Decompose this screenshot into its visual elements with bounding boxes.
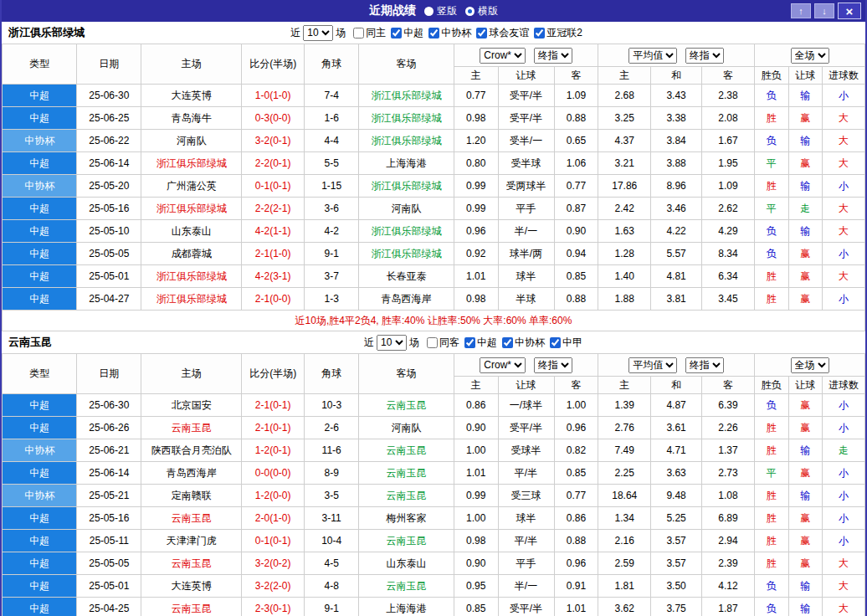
filter-checkbox-input[interactable]	[476, 28, 487, 38]
view-option-horizontal[interactable]: 横版	[465, 4, 498, 18]
result-goals: 小	[823, 288, 865, 311]
ah-line: 受三球	[498, 485, 554, 507]
eu-draw-odds: 3.50	[651, 575, 702, 598]
handicap-time-select[interactable]: 终指	[534, 48, 572, 64]
filter-同主[interactable]: 同主	[353, 26, 386, 40]
scope-select[interactable]: 全场	[791, 357, 829, 373]
filter-中协杯[interactable]: 中协杯	[428, 26, 471, 40]
corner-score: 4-2	[305, 220, 359, 243]
col-date: 日期	[77, 44, 141, 85]
filter-同客[interactable]: 同客	[427, 336, 459, 350]
away-team: 浙江俱乐部绿城	[359, 243, 454, 265]
score: 1-0(1-0)	[242, 85, 305, 107]
match-date: 25-05-20	[77, 175, 141, 198]
result-handicap: 输	[788, 220, 823, 243]
filter-中超[interactable]: 中超	[464, 336, 497, 350]
result-wdl: 负	[755, 394, 789, 417]
corner-score: 9-1	[305, 598, 359, 616]
filter-checkbox-input[interactable]	[464, 337, 475, 348]
scroll-up-button[interactable]: ↑	[791, 3, 811, 18]
europe-source-select[interactable]: 平均值	[628, 48, 677, 64]
close-button[interactable]: ×	[838, 3, 861, 19]
filter-球会友谊[interactable]: 球会友谊	[476, 26, 529, 40]
ah-away-odds: 0.88	[554, 530, 598, 552]
filter-checkbox-input[interactable]	[550, 337, 561, 348]
col-ah-home: 主	[454, 67, 498, 85]
eu-draw-odds: 9.48	[651, 485, 702, 507]
eu-draw-odds: 3.57	[651, 530, 702, 552]
filter-checkbox-label: 中甲	[562, 336, 582, 350]
col-score: 比分(半场)	[242, 44, 305, 85]
filter-checkbox-label: 中协杯	[515, 336, 545, 350]
eu-draw-odds: 3.38	[651, 107, 702, 130]
col-date: 日期	[77, 354, 141, 394]
away-team: 青岛西海岸	[359, 288, 454, 311]
match-count-select[interactable]: 10	[377, 335, 407, 351]
bookmaker-select[interactable]: Crow*	[480, 357, 526, 373]
europe-source-select[interactable]: 平均值	[628, 357, 677, 373]
result-wdl: 胜	[755, 107, 789, 130]
team-name: 浙江俱乐部绿城	[8, 25, 85, 40]
europe-time-select[interactable]: 终指	[685, 48, 724, 64]
ah-home-odds: 1.00	[454, 507, 498, 530]
col-ah-line: 让球	[498, 67, 554, 85]
result-handicap: 输	[788, 85, 823, 107]
ah-away-odds: 0.96	[554, 552, 598, 575]
filter-checkbox-input[interactable]	[353, 28, 364, 38]
match-row: 中协杯25-06-21陕西联合月亮泊队1-2(0-1)11-6云南玉昆1.00受…	[3, 439, 865, 462]
match-count-select[interactable]: 10	[303, 25, 333, 41]
result-handicap: 赢	[788, 530, 823, 552]
away-team: 云南玉昆	[359, 462, 454, 485]
filter-bar: 云南玉昆 近 10 场 同客中超中协杯中甲	[2, 331, 865, 353]
result-handicap: 赢	[788, 243, 823, 265]
handicap-time-select[interactable]: 终指	[534, 357, 572, 373]
scope-select[interactable]: 全场	[791, 48, 829, 64]
filter-checkbox-input[interactable]	[391, 28, 402, 38]
filter-checkbox-input[interactable]	[534, 28, 545, 38]
scroll-down-button[interactable]: ↓	[814, 3, 834, 18]
score: 2-1(0-1)	[242, 394, 305, 417]
filter-中甲[interactable]: 中甲	[550, 336, 582, 350]
eu-away-odds: 2.08	[702, 107, 755, 130]
ah-home-odds: 0.99	[454, 485, 498, 507]
eu-home-odds: 4.37	[598, 130, 651, 152]
result-goals: 小	[823, 394, 865, 417]
eu-draw-odds: 4.71	[651, 439, 702, 462]
eu-home-odds: 2.68	[598, 85, 651, 107]
filter-checkbox-label: 同客	[439, 336, 459, 350]
score: 2-1(0-0)	[242, 288, 305, 311]
match-date: 25-04-25	[77, 598, 141, 616]
match-date: 25-05-10	[77, 220, 141, 243]
filter-中超[interactable]: 中超	[391, 26, 423, 40]
home-team: 大连英博	[141, 85, 242, 107]
score: 0-3(0-0)	[242, 107, 305, 130]
europe-odds-controls: 平均值 终指	[598, 44, 755, 67]
ah-home-odds: 0.98	[454, 107, 498, 130]
filter-checkbox-input[interactable]	[428, 28, 439, 38]
eu-draw-odds: 3.63	[651, 462, 702, 485]
team-name: 云南玉昆	[8, 335, 52, 350]
ah-home-odds: 0.99	[454, 175, 498, 198]
result-handicap: 走	[788, 198, 823, 220]
filter-checkbox-input[interactable]	[502, 337, 513, 348]
view-option-vertical[interactable]: 竖版	[424, 4, 457, 18]
match-type: 中超	[3, 598, 77, 616]
filter-中协杯[interactable]: 中协杯	[502, 336, 545, 350]
europe-time-select[interactable]: 终指	[685, 357, 724, 373]
filter-亚冠联2[interactable]: 亚冠联2	[534, 26, 582, 40]
ah-home-odds: 0.90	[454, 417, 498, 439]
home-team: 云南玉昆	[141, 507, 242, 530]
bookmaker-select[interactable]: Crow*	[480, 48, 526, 64]
match-row: 中超25-05-10山东泰山4-2(1-1)4-2浙江俱乐部绿城0.96半/一0…	[3, 220, 865, 243]
away-team: 河南队	[359, 417, 454, 439]
result-goals: 小	[823, 85, 865, 107]
filter-checkbox-input[interactable]	[427, 337, 438, 348]
result-wdl: 胜	[755, 552, 789, 575]
eu-home-odds: 7.49	[598, 439, 651, 462]
corner-score: 8-9	[305, 462, 359, 485]
match-type: 中超	[3, 462, 77, 485]
filters: 近 10 场 同主中超中协杯球会友谊亚冠联2	[290, 25, 582, 41]
match-date: 25-06-14	[77, 152, 141, 175]
eu-away-odds: 2.94	[702, 530, 755, 552]
filter-checkbox-label: 中超	[477, 336, 497, 350]
